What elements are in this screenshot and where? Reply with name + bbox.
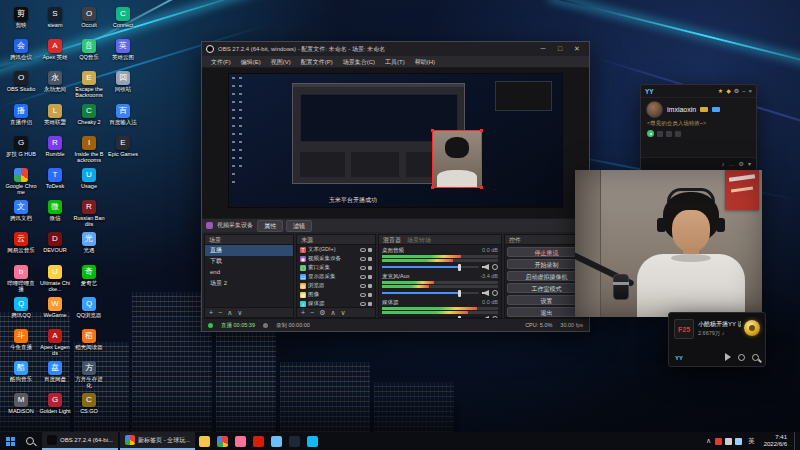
source-properties-icon[interactable]: ⚙ [319, 308, 325, 317]
desktop-icon[interactable]: 剪剪映 [4, 6, 38, 38]
desktop-icon[interactable]: OOBS Studio [4, 70, 38, 102]
visibility-eye-icon[interactable] [360, 275, 366, 279]
desktop-icon[interactable]: 云网易云音乐 [4, 231, 38, 263]
visibility-eye-icon[interactable] [360, 248, 366, 252]
desktop-icon[interactable]: AApex Legends [38, 328, 72, 360]
chat-icon[interactable]: … [729, 160, 735, 168]
lock-icon[interactable] [368, 266, 372, 270]
desktop-icon[interactable]: 方方舟生存进化 [72, 360, 106, 392]
privilege-icon[interactable]: ★ [718, 87, 723, 95]
desktop-icon[interactable]: QQQ浏览器 [72, 296, 106, 328]
voice-icon[interactable]: ♪ [722, 160, 725, 168]
desktop-icon[interactable]: 盘百度网盘 [38, 360, 72, 392]
taskbar-task-button[interactable]: 新标签页 - 全球玩... [120, 432, 195, 450]
source-up-icon[interactable]: ∧ [330, 308, 335, 317]
menu-item[interactable]: 场景集合(C) [338, 56, 380, 68]
desktop-icon[interactable]: 光光遇 [72, 231, 106, 263]
desktop-icon[interactable]: 酷酷狗音乐 [4, 360, 38, 392]
source-item[interactable]: ▢窗口采集 [297, 263, 375, 272]
desktop-icon[interactable]: CCS:GO [72, 392, 106, 424]
obs-titlebar[interactable]: OBS 27.2.4 (64-bit, windows) - 配置文件: 未命名… [202, 42, 589, 56]
add-scene-icon[interactable]: + [209, 308, 213, 317]
desktop-icon[interactable]: AApex 英雄 [38, 38, 72, 70]
visibility-eye-icon[interactable] [360, 257, 366, 261]
desktop-icon[interactable]: 英英雄云图 [106, 38, 140, 70]
lock-icon[interactable] [368, 302, 372, 306]
menu-item[interactable]: 帮助(H) [410, 56, 440, 68]
source-item[interactable]: ◍浏览器 [297, 281, 375, 290]
source-down-icon[interactable]: ∨ [341, 308, 346, 317]
desktop-icon[interactable]: EEpic Games [106, 135, 140, 167]
avatar[interactable] [646, 101, 663, 118]
lock-icon[interactable] [368, 248, 372, 252]
desktop-icon[interactable]: TToDesk [38, 167, 72, 199]
tray-app-red-icon[interactable] [715, 438, 722, 445]
minimize-icon[interactable]: – [742, 87, 745, 95]
scene-item[interactable]: 下载 [205, 256, 293, 267]
feature-icon[interactable] [666, 131, 672, 137]
desktop-icon[interactable]: RRussian Bandits [72, 199, 106, 231]
desktop-icon[interactable]: RRumble [38, 135, 72, 167]
feature-icon[interactable] [657, 131, 663, 137]
menu-item[interactable]: 编辑(E) [236, 56, 266, 68]
input-language-indicator[interactable]: 英 [746, 437, 757, 446]
desktop-icon[interactable]: 播直播伴侣 [4, 103, 38, 135]
desktop-icon[interactable]: Ssteam [38, 6, 72, 38]
play-icon[interactable] [725, 353, 731, 361]
desktop-icon[interactable]: 永永劫无间 [38, 70, 72, 102]
desktop-icon[interactable]: DDEVOUR [38, 231, 72, 263]
mixer-tab[interactable]: 场景转场 [407, 235, 431, 244]
desktop-icon[interactable]: 回回收站 [106, 70, 140, 102]
desktop-icon[interactable]: 稻稻壳阅读器 [72, 328, 106, 360]
lock-icon[interactable] [368, 275, 372, 279]
yy-icon[interactable] [267, 432, 285, 450]
menu-item[interactable]: 工具(T) [380, 56, 410, 68]
yy-voice-window[interactable]: YY ★◆⚙–× imxiaoxin <尊贵的会员入场特效~> ♪…⚙▾ [640, 84, 757, 171]
menu-item[interactable]: 视图(V) [266, 56, 296, 68]
steam-icon[interactable] [285, 432, 303, 450]
search-icon[interactable] [752, 354, 759, 361]
record-icon[interactable] [738, 354, 745, 361]
desktop-icon[interactable]: OOccult [72, 6, 106, 38]
settings-icon[interactable]: ⚙ [734, 87, 739, 95]
desktop-icon[interactable]: MMADiSON [4, 392, 38, 424]
show-desktop-button[interactable] [794, 432, 798, 450]
selection-handle[interactable] [480, 129, 483, 132]
desktop-icon[interactable]: 奇爱奇艺 [72, 264, 106, 296]
selection-handle[interactable] [480, 186, 483, 189]
slider-knob[interactable] [458, 290, 461, 297]
volume-slider[interactable] [382, 292, 479, 294]
maximize-button[interactable]: □ [552, 43, 568, 55]
lock-icon[interactable] [368, 284, 372, 288]
network-icon[interactable] [725, 438, 732, 445]
context-button[interactable]: 属性 [257, 220, 283, 232]
search-button[interactable] [20, 432, 40, 450]
volume-slider[interactable] [382, 266, 479, 268]
remove-scene-icon[interactable]: − [218, 308, 222, 317]
speaker-icon[interactable] [482, 290, 489, 296]
source-item[interactable]: ▭显示器采集 [297, 272, 375, 281]
taskbar-task-button[interactable]: OBS 27.2.4 (64-bi... [42, 432, 118, 450]
desktop-icon[interactable]: UUsage [72, 167, 106, 199]
visibility-eye-icon[interactable] [360, 293, 366, 297]
remove-source-icon[interactable]: − [310, 308, 314, 317]
close-button[interactable]: ✕ [569, 43, 585, 55]
expand-icon[interactable]: ▾ [748, 160, 751, 168]
gift-icon[interactable]: ◆ [726, 87, 731, 95]
desktop-icon[interactable]: L英雄联盟 [38, 103, 72, 135]
desktop-icon[interactable]: CConnect [106, 6, 140, 38]
desktop-icon[interactable]: 音QQ音乐 [72, 38, 106, 70]
start-button[interactable] [0, 432, 20, 450]
slider-knob[interactable] [458, 264, 461, 271]
selection-handle[interactable] [431, 129, 434, 132]
scene-item[interactable]: 直播 [205, 245, 293, 256]
explorer-icon[interactable] [195, 432, 213, 450]
channel-settings-icon[interactable] [492, 264, 498, 270]
source-item[interactable]: T文本(GDI+) [297, 245, 375, 254]
mixer-tab[interactable]: 混音器 [383, 235, 401, 244]
desktop-icon[interactable]: IInside the Backrooms [72, 135, 106, 167]
desktop-icon[interactable]: GGolden Light [38, 392, 72, 424]
channel-settings-icon[interactable] [492, 290, 498, 296]
desktop-icon[interactable]: b哔哩哔哩直播 [4, 264, 38, 296]
lock-icon[interactable] [368, 293, 372, 297]
